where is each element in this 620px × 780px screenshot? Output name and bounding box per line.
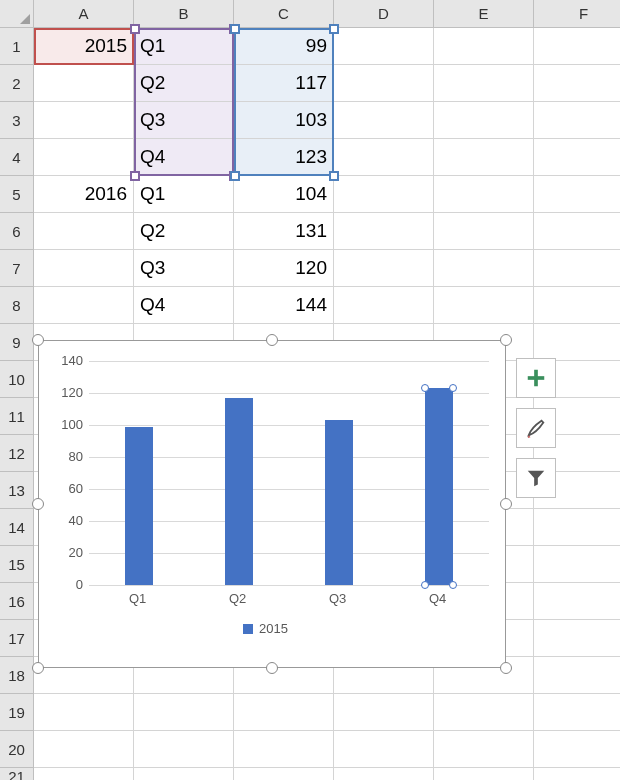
cell-C7[interactable]: 120	[234, 250, 334, 287]
cell-A5[interactable]: 2016	[34, 176, 134, 213]
cell-C6[interactable]: 131	[234, 213, 334, 250]
cell-C1[interactable]: 99	[234, 28, 334, 65]
row-header-1[interactable]: 1	[0, 28, 34, 65]
cell-B6[interactable]: Q2	[134, 213, 234, 250]
cell-F4[interactable]	[534, 139, 620, 176]
range-handle[interactable]	[130, 171, 140, 181]
cell-E5[interactable]	[434, 176, 534, 213]
cell-D8[interactable]	[334, 287, 434, 324]
cell-B20[interactable]	[134, 731, 234, 768]
cell-F8[interactable]	[534, 287, 620, 324]
range-handle[interactable]	[329, 24, 339, 34]
cell-B1[interactable]: Q1	[134, 28, 234, 65]
cell-A21[interactable]	[34, 768, 134, 780]
row-header-6[interactable]: 6	[0, 213, 34, 250]
cell-E2[interactable]	[434, 65, 534, 102]
cell-F5[interactable]	[534, 176, 620, 213]
select-all-corner[interactable]	[0, 0, 34, 28]
cell-D4[interactable]	[334, 139, 434, 176]
cell-A4[interactable]	[34, 139, 134, 176]
cell-F14[interactable]	[534, 509, 620, 546]
embedded-chart[interactable]: 020406080100120140Q1Q2Q3Q4 2015	[38, 340, 506, 668]
cell-D2[interactable]	[334, 65, 434, 102]
cell-C2[interactable]: 117	[234, 65, 334, 102]
cell-D7[interactable]	[334, 250, 434, 287]
row-header-11[interactable]: 11	[0, 398, 34, 435]
cell-A20[interactable]	[34, 731, 134, 768]
cell-F15[interactable]	[534, 546, 620, 583]
chart-filters-button[interactable]	[516, 458, 556, 498]
chart-resize-handle[interactable]	[500, 498, 512, 510]
cell-C5[interactable]: 104	[234, 176, 334, 213]
cell-B5[interactable]: Q1	[134, 176, 234, 213]
cell-C4[interactable]: 123	[234, 139, 334, 176]
cell-D5[interactable]	[334, 176, 434, 213]
chart-resize-handle[interactable]	[266, 334, 278, 346]
cell-C20[interactable]	[234, 731, 334, 768]
chart-datapoint-handle[interactable]	[449, 384, 457, 392]
column-header-E[interactable]: E	[434, 0, 534, 28]
row-header-15[interactable]: 15	[0, 546, 34, 583]
cell-D21[interactable]	[334, 768, 434, 780]
chart-resize-handle[interactable]	[266, 662, 278, 674]
cell-D20[interactable]	[334, 731, 434, 768]
chart-bar-Q4[interactable]	[425, 388, 453, 585]
row-header-21[interactable]: 21	[0, 768, 34, 780]
row-header-13[interactable]: 13	[0, 472, 34, 509]
row-header-16[interactable]: 16	[0, 583, 34, 620]
cell-C19[interactable]	[234, 694, 334, 731]
cell-C21[interactable]	[234, 768, 334, 780]
cell-F20[interactable]	[534, 731, 620, 768]
chart-styles-button[interactable]	[516, 408, 556, 448]
chart-bar-Q1[interactable]	[125, 427, 153, 585]
chart-resize-handle[interactable]	[32, 498, 44, 510]
cell-E4[interactable]	[434, 139, 534, 176]
chart-resize-handle[interactable]	[32, 662, 44, 674]
cell-C3[interactable]: 103	[234, 102, 334, 139]
cell-A6[interactable]	[34, 213, 134, 250]
cell-F18[interactable]	[534, 657, 620, 694]
row-header-10[interactable]: 10	[0, 361, 34, 398]
column-header-D[interactable]: D	[334, 0, 434, 28]
cell-A3[interactable]	[34, 102, 134, 139]
cell-B4[interactable]: Q4	[134, 139, 234, 176]
cell-B8[interactable]: Q4	[134, 287, 234, 324]
cell-B2[interactable]: Q2	[134, 65, 234, 102]
cell-D1[interactable]	[334, 28, 434, 65]
range-handle[interactable]	[230, 24, 240, 34]
cell-E8[interactable]	[434, 287, 534, 324]
chart-bar-Q3[interactable]	[325, 420, 353, 585]
row-header-19[interactable]: 19	[0, 694, 34, 731]
column-header-B[interactable]: B	[134, 0, 234, 28]
cell-F3[interactable]	[534, 102, 620, 139]
cell-F1[interactable]	[534, 28, 620, 65]
chart-resize-handle[interactable]	[32, 334, 44, 346]
cell-B19[interactable]	[134, 694, 234, 731]
cell-E7[interactable]	[434, 250, 534, 287]
row-header-7[interactable]: 7	[0, 250, 34, 287]
cell-F7[interactable]	[534, 250, 620, 287]
cell-F21[interactable]	[534, 768, 620, 780]
row-header-2[interactable]: 2	[0, 65, 34, 102]
chart-resize-handle[interactable]	[500, 662, 512, 674]
cell-E3[interactable]	[434, 102, 534, 139]
cell-D19[interactable]	[334, 694, 434, 731]
cell-E20[interactable]	[434, 731, 534, 768]
cell-A1[interactable]: 2015	[34, 28, 134, 65]
row-header-4[interactable]: 4	[0, 139, 34, 176]
range-handle[interactable]	[329, 171, 339, 181]
cell-F2[interactable]	[534, 65, 620, 102]
cell-B7[interactable]: Q3	[134, 250, 234, 287]
chart-datapoint-handle[interactable]	[421, 581, 429, 589]
chart-plot-area[interactable]: 020406080100120140Q1Q2Q3Q4	[89, 361, 489, 585]
cell-F17[interactable]	[534, 620, 620, 657]
column-header-C[interactable]: C	[234, 0, 334, 28]
chart-elements-button[interactable]	[516, 358, 556, 398]
cell-D6[interactable]	[334, 213, 434, 250]
cell-A7[interactable]	[34, 250, 134, 287]
cell-F9[interactable]	[534, 324, 620, 361]
chart-bar-Q2[interactable]	[225, 398, 253, 585]
cell-B21[interactable]	[134, 768, 234, 780]
column-header-A[interactable]: A	[34, 0, 134, 28]
range-handle[interactable]	[230, 171, 240, 181]
